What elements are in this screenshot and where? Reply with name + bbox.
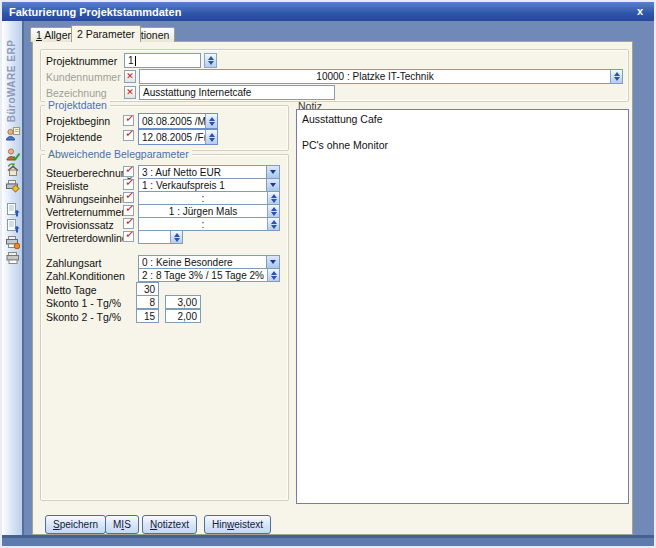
printer-alert-icon[interactable] [6,235,20,249]
vertreterdownline-input[interactable] [138,230,183,244]
brand-vertical: BüroWARE ERP [2,25,22,137]
notiz-line-blank [302,126,623,139]
vertreterdownline-label: Vertreterdownline [46,232,128,244]
skonto2-tage-input[interactable]: 15 [136,309,159,323]
skonto1-tage-input[interactable]: 8 [136,295,159,309]
printer-disk-icon[interactable] [6,179,20,193]
zahlungsart-dropdown[interactable]: 0 : Keine Besondere [138,255,280,269]
skonto1-prozent-input[interactable]: 3,00 [165,295,201,309]
home-sync-icon[interactable] [6,163,20,177]
bezeichnung-label: Bezeichnung [46,87,107,99]
close-icon[interactable]: x [633,4,647,18]
bezeichnung-clear-icon[interactable]: ✕ [124,86,136,99]
steuerberechnung-dropdown[interactable]: 3 : Auf Netto EUR [138,165,280,179]
steuerberechnung-label: Steuerberechnung [46,167,132,179]
skonto1-label: Skonto 1 - Tg/% [46,297,121,309]
text-caret [135,56,136,66]
projektbeginn-spinner[interactable] [205,114,217,128]
belegparameter-title: Abweichende Belegparameter [45,148,192,160]
projektbeginn-date[interactable]: 08.08.2005 /Mo [138,113,218,129]
skonto2-label: Skonto 2 - Tg/% [46,311,121,323]
waehrungseinheit-combo[interactable]: : [138,191,280,205]
preisliste-dropdown[interactable]: 1 : Verkaufspreis 1 [138,178,280,192]
projektbeginn-checkbox[interactable]: ✓ [123,115,134,126]
user-check-icon[interactable] [6,147,20,161]
provisionssatz-spinner[interactable] [267,218,279,230]
hinweistext-button[interactable]: Hinweistext [204,515,271,534]
projektnummer-spinner[interactable] [204,53,217,68]
skonto2-prozent-input[interactable]: 2,00 [165,309,201,323]
waehrungseinheit-spinner[interactable] [267,192,279,204]
waehrungseinheit-label: Währungseinheit [46,193,125,205]
zahlkonditionen-spinner[interactable] [267,269,279,281]
projektende-label: Projektende [46,131,102,143]
projektende-checkbox[interactable]: ✓ [123,130,134,141]
kundennummer-label: Kundennummer [46,71,121,83]
printer-icon[interactable] [6,251,20,265]
nettotage-label: Netto Tage [46,284,97,296]
vertreterdownline-checkbox[interactable]: ✓ [123,231,134,242]
speichern-button[interactable]: Speichern [45,515,106,534]
zahlungsart-dropdown-icon[interactable] [266,256,279,268]
vertreterdownline-spinner[interactable] [170,231,182,243]
projektbeginn-label: Projektbeginn [46,115,110,127]
provisionssatz-combo[interactable]: : [138,217,280,231]
tab-parameter[interactable]: 2 Parameter [71,25,141,42]
notiz-line: PC's ohne Monitor [302,139,623,152]
zahlungsart-label: Zahlungsart [46,257,101,269]
app-window: Fakturierung Projektstammdaten x BüroWAR… [0,0,656,548]
doc-upload-icon-2[interactable] [6,219,20,233]
window-frame-bottom [2,538,654,548]
doc-upload-icon[interactable] [6,203,20,217]
projektnummer-label: Projektnummer [46,55,117,67]
kundennummer-clear-icon[interactable]: ✕ [124,70,136,83]
zahlkonditionen-label: Zahl.Konditionen [46,270,125,282]
steuerberechnung-dropdown-icon[interactable] [266,166,279,178]
kundennummer-spinner[interactable] [610,70,622,83]
projektnummer-input[interactable]: 1 [124,53,201,68]
preisliste-dropdown-icon[interactable] [266,179,279,191]
notiz-line: Ausstattung Cafe [302,113,623,126]
notiz-textarea[interactable]: Ausstattung Cafe PC's ohne Monitor [296,109,629,504]
provisionssatz-label: Provisionssatz [46,219,114,231]
mis-button[interactable]: MIS [105,515,139,534]
sidebar: BüroWARE ERP [2,21,24,535]
preisliste-label: Preisliste [46,180,89,192]
nettotage-input[interactable]: 30 [136,282,159,296]
projektende-spinner[interactable] [205,130,217,144]
bezeichnung-input[interactable]: Ausstattung Internetcafe [139,85,335,100]
vertreternummer-spinner[interactable] [267,205,279,217]
projektende-date[interactable]: 12.08.2005 /Fr [138,129,218,145]
vertreternummer-label: Vertreternummer [46,206,125,218]
vertreternummer-combo[interactable]: 1 : Jürgen Mals [138,204,280,218]
projektdaten-title: Projektdaten [45,99,110,111]
notiztext-button[interactable]: Notiztext [142,515,197,534]
kundennummer-combo[interactable]: 10000 : Platzke IT-Technik [139,69,623,84]
zahlkonditionen-combo[interactable]: 2 : 8 Tage 3% / 15 Tage 2% [138,268,280,282]
window-title: Fakturierung Projektstammdaten [2,6,181,18]
user-note-icon[interactable] [6,127,20,141]
titlebar: Fakturierung Projektstammdaten x [2,2,654,21]
